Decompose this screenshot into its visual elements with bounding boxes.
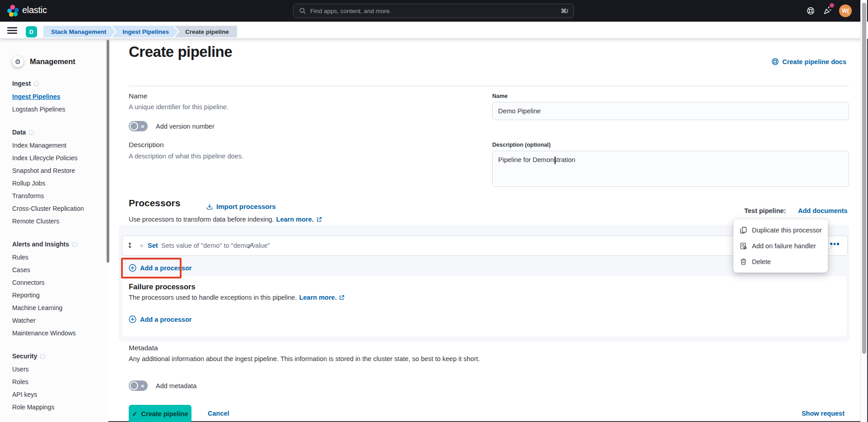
menu-icon[interactable]: [7, 27, 17, 34]
management-sidebar: ⚙ Management Ingest Ingest Pipelines Log…: [0, 39, 108, 422]
sidebar-scrollbar[interactable]: [107, 40, 109, 263]
close-icon: ✕: [141, 124, 145, 129]
breadcrumb-bar: D Stack Management Ingest Pipelines Crea…: [0, 22, 868, 39]
sidebar-item-ingest-pipelines[interactable]: Ingest Pipelines: [12, 90, 105, 103]
description-group-title: Description: [129, 141, 164, 149]
drag-handle-icon[interactable]: [126, 242, 133, 249]
search-placeholder: Find apps, content, and more.: [310, 8, 560, 14]
show-request-link[interactable]: Show request: [802, 410, 845, 417]
sidebar-item-role-mappings[interactable]: Role Mappings: [12, 401, 105, 413]
search-icon: [299, 7, 306, 14]
sidebar-item-snapshot-and-restore[interactable]: Snapshot and Restore: [12, 164, 105, 177]
sidebar-item-cases[interactable]: Cases: [12, 264, 105, 276]
toggle-knob: [130, 122, 138, 130]
section-info-icon: [40, 354, 45, 359]
sidebar-item-logstash-pipelines[interactable]: Logstash Pipelines: [12, 103, 105, 116]
section-info-icon: [34, 81, 39, 86]
user-avatar[interactable]: W(: [839, 5, 852, 17]
breadcrumb-create-pipeline: Create pipeline: [174, 26, 237, 37]
sidebar-section-data: Data: [12, 125, 105, 139]
click-target-highlight: [121, 258, 182, 278]
menu-item-duplicate-processor[interactable]: Duplicate this processor: [733, 222, 828, 238]
failure-processors-card: [122, 276, 846, 336]
sidebar-item-watcher[interactable]: Watcher: [12, 314, 105, 327]
search-shortcut-hint: ⌘/: [560, 8, 568, 14]
help-icon[interactable]: [807, 7, 815, 15]
add-documents-link[interactable]: Add documents: [798, 207, 848, 214]
sidebar-item-connectors[interactable]: Connectors: [12, 276, 105, 289]
create-pipeline-docs-link[interactable]: Create pipeline docs: [771, 58, 846, 65]
sidebar-item-index-lifecycle-policies[interactable]: Index Lifecycle Policies: [12, 152, 105, 164]
help-icon: [771, 58, 779, 65]
sidebar-item-transforms[interactable]: Transforms: [12, 190, 105, 202]
breadcrumb: Stack Management Ingest Pipelines Create…: [43, 26, 237, 37]
add-failure-processor-link[interactable]: Add a processor: [129, 315, 191, 323]
sidebar-item-rules[interactable]: Rules: [12, 251, 105, 264]
pipeline-description-textarea[interactable]: Pipeline for Demonstration: [492, 151, 849, 187]
global-search-input[interactable]: Find apps, content, and more. ⌘/: [293, 4, 574, 18]
plus-circle-icon: [129, 315, 136, 323]
name-group-title: Name: [129, 92, 147, 100]
elastic-logo-icon: [6, 4, 20, 18]
section-info-icon: [72, 242, 77, 247]
import-processors-link[interactable]: Import processors: [206, 203, 276, 210]
brand-wordmark: elastic: [22, 5, 47, 15]
edit-icon[interactable]: [247, 242, 254, 249]
add-metadata-toggle-label: Add metadata: [156, 382, 196, 390]
pipeline-name-input[interactable]: [492, 102, 849, 120]
external-link-icon: [339, 295, 345, 301]
sidebar-item-users[interactable]: Users: [12, 363, 105, 376]
sidebar-nav: Ingest Ingest Pipelines Logstash Pipelin…: [12, 77, 105, 422]
metadata-title: Metadata: [129, 344, 158, 352]
create-pipeline-button[interactable]: ✓ Create pipeline: [129, 405, 191, 422]
trash-icon: [740, 258, 747, 265]
sidebar-title: Management: [30, 57, 75, 66]
menu-item-delete-processor[interactable]: Delete: [733, 254, 828, 269]
page-scrollbar[interactable]: [860, 0, 867, 422]
test-pipeline-label: Test pipeline:: [744, 207, 786, 214]
failure-processors-subtitle: The processors used to handle exceptions…: [129, 294, 345, 301]
sidebar-item-maintenance-windows[interactable]: Maintenance Windows: [12, 327, 105, 339]
title-divider: [129, 86, 849, 86]
processor-type-link[interactable]: Set: [148, 242, 158, 249]
add-version-toggle[interactable]: ✕: [129, 121, 148, 131]
sidebar-item-api-keys[interactable]: API keys: [12, 388, 105, 401]
on-failure-icon: [740, 242, 747, 250]
sidebar-section-ingest: Ingest: [12, 77, 105, 90]
failure-processors-title: Failure processors: [129, 283, 196, 291]
external-link-icon: [316, 217, 322, 223]
sidebar-item-remote-clusters[interactable]: Remote Clusters: [12, 215, 105, 227]
section-info-icon: [29, 130, 34, 135]
add-metadata-toggle[interactable]: ✕: [129, 380, 148, 391]
add-version-toggle-label: Add version number: [156, 123, 215, 130]
sidebar-item-cross-cluster-replication[interactable]: Cross-Cluster Replication: [12, 202, 105, 215]
description-group-description: A description of what this pipeline does…: [129, 153, 243, 160]
sidebar-item-roles[interactable]: Roles: [12, 376, 105, 388]
sidebar-item-rollup-jobs[interactable]: Rollup Jobs: [12, 177, 105, 190]
copy-icon: [740, 227, 747, 234]
create-pipeline-page: elastic Find apps, content, and more. ⌘/…: [0, 0, 868, 422]
processors-learn-more-link[interactable]: Learn more.: [276, 216, 314, 223]
breadcrumb-stack-management[interactable]: Stack Management: [43, 26, 115, 37]
import-icon: [206, 203, 213, 210]
sidebar-section-alerts-and-insights: Alerts and Insights: [12, 237, 105, 251]
sidebar-item-machine-learning[interactable]: Machine Learning: [12, 301, 105, 314]
top-bar: elastic Find apps, content, and more. ⌘/…: [0, 0, 868, 22]
toggle-knob: [130, 381, 138, 390]
sidebar-item-index-management[interactable]: Index Management: [12, 139, 105, 152]
failure-learn-more-link[interactable]: Learn more.: [299, 294, 336, 301]
processors-title: Processors: [129, 198, 180, 209]
space-badge[interactable]: D: [26, 26, 37, 37]
menu-item-add-on-failure-handler[interactable]: Add on failure handler: [733, 238, 828, 254]
page-scrollbar-thumb[interactable]: [862, 3, 866, 354]
sidebar-item-reporting[interactable]: Reporting: [12, 289, 105, 301]
cancel-button[interactable]: Cancel: [208, 410, 229, 417]
processor-status-dot: [140, 244, 143, 247]
text-caret: [555, 157, 555, 164]
processor-more-actions-button[interactable]: [830, 243, 839, 245]
name-field-label: Name: [492, 93, 508, 99]
metadata-description: Any additional information about the ing…: [129, 354, 510, 364]
page-title: Create pipeline: [129, 43, 232, 60]
breadcrumb-ingest-pipelines[interactable]: Ingest Pipelines: [112, 26, 178, 37]
sidebar-section-security: Security: [12, 349, 105, 363]
